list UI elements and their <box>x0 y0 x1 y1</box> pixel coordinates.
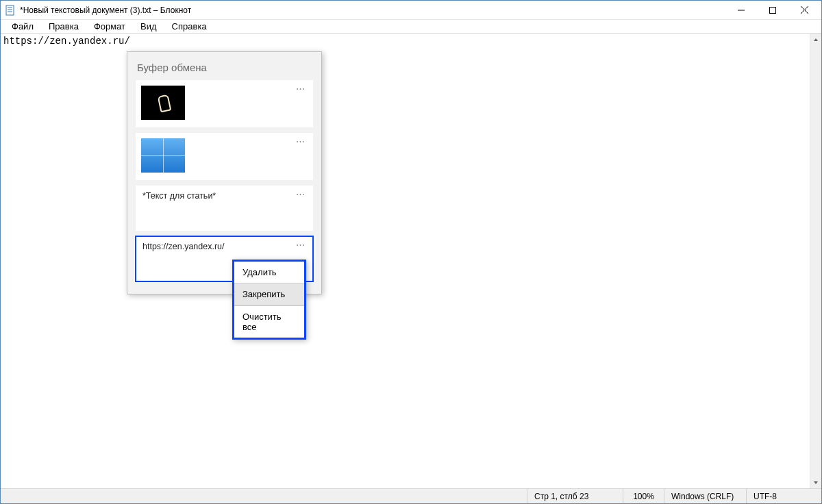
statusbar: Стр 1, стлб 23 100% Windows (CRLF) UTF-8 <box>1 488 821 503</box>
more-icon[interactable]: ⋯ <box>296 242 306 249</box>
text-editor[interactable] <box>1 34 810 488</box>
more-icon[interactable]: ⋯ <box>296 86 306 92</box>
context-clear-all[interactable]: Очистить все <box>234 306 304 338</box>
titlebar: *Новый текстовый документ (3).txt – Блок… <box>1 1 821 20</box>
clipboard-item[interactable]: *Текст для статьи* ⋯ <box>136 186 313 231</box>
status-empty <box>1 489 527 503</box>
clipboard-item-context-menu: Удалить Закрепить Очистить все <box>232 260 306 340</box>
menu-format[interactable]: Формат <box>88 21 131 32</box>
clipboard-item[interactable]: ⋯ <box>136 80 313 127</box>
scroll-up-icon[interactable] <box>810 34 821 45</box>
menu-view[interactable]: Вид <box>135 21 162 32</box>
window-title: *Новый текстовый документ (3).txt – Блок… <box>20 5 191 15</box>
notepad-icon <box>5 5 16 16</box>
maximize-button[interactable] <box>757 1 788 20</box>
clipboard-item-text: https://zen.yandex.ru/ <box>142 242 225 251</box>
notepad-window: *Новый текстовый документ (3).txt – Блок… <box>0 0 822 504</box>
more-icon[interactable]: ⋯ <box>296 191 306 198</box>
editor-area <box>1 34 821 488</box>
context-delete[interactable]: Удалить <box>234 262 304 284</box>
menubar: Файл Правка Формат Вид Справка <box>1 20 821 34</box>
close-button[interactable] <box>788 1 820 20</box>
svg-marker-8 <box>814 38 818 41</box>
scroll-down-icon[interactable] <box>810 477 821 488</box>
svg-marker-9 <box>814 481 818 484</box>
menu-help[interactable]: Справка <box>166 21 212 32</box>
svg-rect-0 <box>6 5 14 15</box>
clipboard-item-text: *Текст для статьи* <box>142 191 216 201</box>
status-zoom: 100% <box>623 489 664 503</box>
clipboard-history-popup: Буфер обмена ⋯ ⋯ *Текст для статьи* ⋯ ht… <box>127 51 322 294</box>
minimize-button[interactable] <box>725 1 757 20</box>
status-line-ending: Windows (CRLF) <box>664 489 746 503</box>
svg-rect-5 <box>770 7 776 13</box>
context-pin[interactable]: Закрепить <box>234 284 304 305</box>
clipboard-thumbnail <box>141 138 185 173</box>
vertical-scrollbar[interactable] <box>810 34 821 488</box>
status-encoding: UTF-8 <box>746 489 821 503</box>
clipboard-item[interactable]: ⋯ <box>136 133 313 180</box>
more-icon[interactable]: ⋯ <box>296 138 306 145</box>
clipboard-thumbnail <box>141 86 185 120</box>
status-cursor-position: Стр 1, стлб 23 <box>527 489 623 503</box>
menu-file[interactable]: Файл <box>6 21 39 32</box>
menu-edit[interactable]: Правка <box>43 21 84 32</box>
clipboard-title: Буфер обмена <box>133 58 316 80</box>
